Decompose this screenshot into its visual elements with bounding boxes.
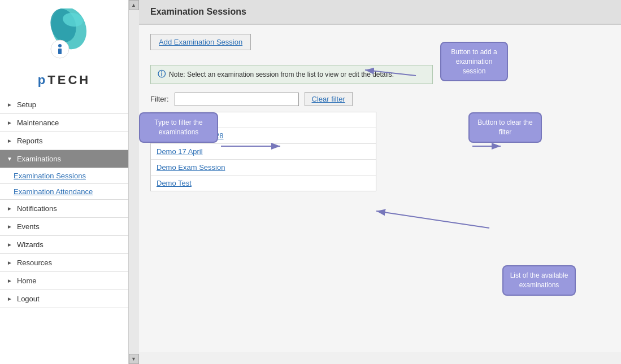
sidebar-item-examinations[interactable]: ▼ Examinations	[0, 150, 128, 168]
scroll-track	[129, 10, 139, 354]
sidebar-item-home[interactable]: ► Home	[0, 272, 128, 290]
sidebar-item-examination-attendance[interactable]: Examination Attendance	[0, 184, 128, 200]
arrow-icon: ►	[7, 260, 12, 266]
clear-filter-button[interactable]: Clear filter	[305, 92, 353, 106]
page-header: Examination Sessions	[139, 0, 621, 25]
note-text: Note: Select an examination session from…	[169, 71, 394, 78]
add-examination-session-button[interactable]: Add Examination Session	[150, 34, 251, 50]
sidebar-item-maintenance[interactable]: ► Maintenance	[0, 114, 128, 132]
scroll-up-button[interactable]: ▲	[129, 0, 139, 10]
exam-list-item[interactable]: Demo 17 April	[151, 144, 376, 160]
callout-exam-list: List of the available examinations	[502, 265, 576, 296]
sidebar-item-logout[interactable]: ► Logout	[0, 290, 128, 308]
exam-list-item[interactable]: Demo Exam Session	[151, 160, 376, 176]
scrollbar[interactable]: ▲ ▼	[129, 0, 139, 364]
scroll-down-button[interactable]: ▼	[129, 354, 139, 364]
sidebar-item-reports[interactable]: ► Reports	[0, 132, 128, 150]
arrow-icon: ►	[7, 296, 12, 302]
arrow-icon: ►	[7, 278, 12, 284]
callout-clear-filter: Button to clear the filter	[468, 112, 542, 143]
filter-input[interactable]	[175, 93, 299, 106]
page-title: Examination Sessions	[150, 7, 246, 16]
sidebar-item-setup[interactable]: ► Setup	[0, 96, 128, 114]
arrow-icon: ►	[7, 223, 12, 230]
logo-area: pTECH	[0, 0, 128, 96]
sidebar-item-resources[interactable]: ► Resources	[0, 254, 128, 272]
filter-row: Filter: Clear filter	[150, 92, 610, 106]
sidebar-item-events[interactable]: ► Events	[0, 218, 128, 236]
arrow-icon: ►	[7, 138, 12, 144]
page-body: Add Examination Session ⓘ Note: Select a…	[139, 25, 621, 352]
note-box: ⓘ Note: Select an examination session fr…	[150, 65, 433, 84]
exam-list-item[interactable]: Demo Test	[151, 176, 376, 191]
sidebar-navigation: ► Setup ► Maintenance ► Reports ▼ Examin…	[0, 96, 128, 364]
page-area: Examination Sessions Add Examination Ses…	[139, 0, 621, 364]
arrow-down-icon: ▼	[7, 156, 12, 162]
arrow-icon: ►	[7, 242, 12, 248]
svg-line-9	[376, 211, 489, 228]
logo-text: pTECH	[38, 73, 90, 87]
callout-add-button: Button to add a examination session	[440, 42, 508, 81]
logo-image	[36, 8, 93, 71]
arrow-icon: ►	[7, 120, 12, 126]
info-icon: ⓘ	[158, 69, 166, 80]
sidebar-item-notifications[interactable]: ► Notifications	[0, 200, 128, 218]
arrow-icon: ►	[7, 102, 12, 108]
filter-label: Filter:	[150, 95, 169, 103]
callout-filter-input: Type to filter the examinations	[139, 112, 218, 143]
svg-point-4	[58, 44, 62, 47]
sidebar-item-wizards[interactable]: ► Wizards	[0, 236, 128, 254]
add-button-area: Add Examination Session	[150, 34, 610, 57]
content-wrapper: ▲ ▼ Examination Sessions Add Examination…	[129, 0, 621, 364]
svg-rect-5	[58, 49, 62, 54]
arrow-icon: ►	[7, 205, 12, 212]
sidebar: pTECH ► Setup ► Maintenance ► Reports ▼ …	[0, 0, 129, 364]
sidebar-item-examination-sessions[interactable]: Examination Sessions	[0, 168, 128, 184]
